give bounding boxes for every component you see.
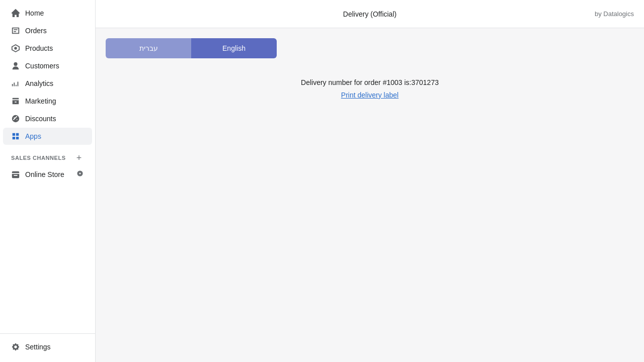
page-title: Delivery (Official) [343, 10, 396, 18]
sidebar-item-marketing[interactable]: Marketing [3, 93, 92, 110]
topbar: Delivery (Official) by Datalogics [96, 0, 644, 28]
sidebar-item-products-label: Products [25, 44, 53, 52]
sidebar-bottom: Settings [0, 333, 95, 362]
products-icon [11, 44, 20, 53]
sidebar-item-settings-label: Settings [25, 343, 51, 351]
print-delivery-label-button[interactable]: Print delivery label [341, 91, 398, 99]
discounts-icon [11, 114, 20, 123]
language-toggle: עברית English [106, 38, 277, 58]
delivery-info: Delivery number for order #1003 is:37012… [106, 78, 634, 100]
sales-channels-section: SALES CHANNELS + [3, 147, 92, 165]
sales-channels-label: SALES CHANNELS [11, 155, 66, 161]
sidebar: Home Orders Products Customers Analytics [0, 0, 96, 362]
delivery-number-text: Delivery number for order #1003 is:37012… [106, 78, 634, 86]
sidebar-item-online-store[interactable]: Online Store [3, 165, 92, 183]
orders-icon [11, 26, 20, 35]
sidebar-item-apps[interactable]: Apps [3, 128, 92, 145]
customers-icon [11, 61, 20, 70]
sidebar-item-home[interactable]: Home [3, 5, 92, 22]
sidebar-item-orders-label: Orders [25, 27, 47, 35]
sidebar-item-analytics[interactable]: Analytics [3, 75, 92, 92]
hebrew-button[interactable]: עברית [106, 38, 191, 58]
sidebar-item-discounts-label: Discounts [25, 115, 56, 123]
topbar-byline: by Datalogics [595, 10, 634, 18]
sidebar-item-home-label: Home [25, 9, 44, 17]
sidebar-item-marketing-label: Marketing [25, 97, 56, 105]
sidebar-nav: Home Orders Products Customers Analytics [0, 0, 95, 333]
sidebar-item-orders[interactable]: Orders [3, 22, 92, 39]
online-store-icon [11, 170, 20, 179]
sidebar-item-online-store-label: Online Store [25, 170, 64, 178]
sidebar-item-products[interactable]: Products [3, 40, 92, 57]
marketing-icon [11, 97, 20, 106]
main-content: Delivery (Official) by Datalogics עברית … [96, 0, 644, 362]
sidebar-item-customers[interactable]: Customers [3, 57, 92, 74]
apps-icon [11, 132, 20, 141]
settings-icon [11, 342, 20, 351]
sidebar-item-analytics-label: Analytics [25, 79, 53, 87]
content-area: עברית English Delivery number for order … [96, 28, 644, 362]
home-icon [11, 9, 20, 18]
add-sales-channel-button[interactable]: + [74, 153, 84, 163]
sidebar-item-customers-label: Customers [25, 62, 59, 70]
sidebar-item-apps-label: Apps [25, 132, 41, 140]
sidebar-item-settings[interactable]: Settings [3, 338, 92, 355]
analytics-icon [11, 79, 20, 88]
online-store-settings-icon [76, 169, 84, 179]
english-button[interactable]: English [191, 38, 277, 58]
sidebar-item-discounts[interactable]: Discounts [3, 110, 92, 127]
